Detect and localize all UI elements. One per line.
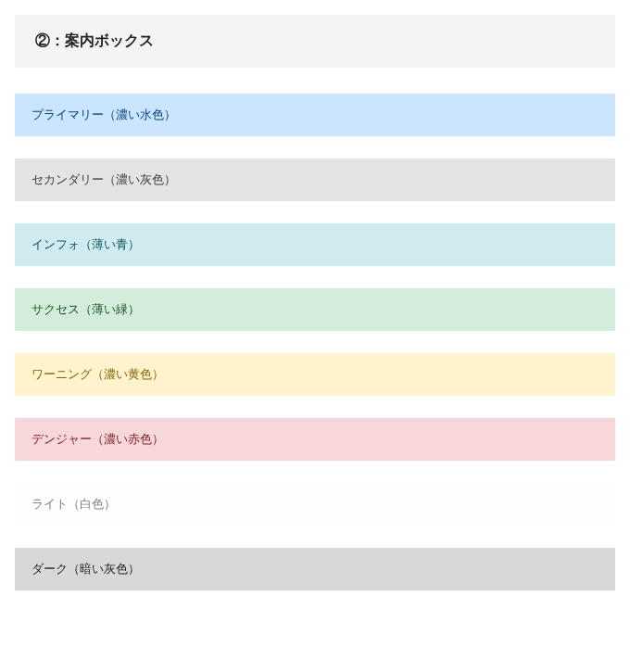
alert-secondary: セカンダリー（濃い灰色）: [15, 158, 615, 201]
alert-dark: ダーク（暗い灰色）: [15, 548, 615, 590]
alert-light: ライト（白色）: [15, 483, 615, 526]
alert-danger: デンジャー（濃い赤色）: [15, 418, 615, 461]
alert-primary-label: プライマリー（濃い水色）: [32, 108, 176, 121]
alert-warning: ワーニング（濃い黄色）: [15, 353, 615, 396]
alert-info: インフォ（薄い青）: [15, 223, 615, 266]
alert-danger-label: デンジャー（濃い赤色）: [32, 432, 164, 446]
alert-success: サクセス（薄い緑）: [15, 288, 615, 331]
alert-secondary-label: セカンダリー（濃い灰色）: [32, 172, 176, 186]
alert-dark-label: ダーク（暗い灰色）: [32, 562, 140, 576]
alert-success-label: サクセス（薄い緑）: [32, 302, 140, 316]
alert-warning-label: ワーニング（濃い黄色）: [32, 367, 164, 381]
section-title: ②：案内ボックス: [35, 32, 595, 51]
alert-light-label: ライト（白色）: [32, 497, 116, 511]
alert-info-label: インフォ（薄い青）: [32, 237, 140, 251]
page-container: ②：案内ボックス プライマリー（濃い水色） セカンダリー（濃い灰色） インフォ（…: [0, 0, 630, 628]
alert-primary: プライマリー（濃い水色）: [15, 94, 615, 136]
section-header: ②：案内ボックス: [15, 15, 615, 68]
